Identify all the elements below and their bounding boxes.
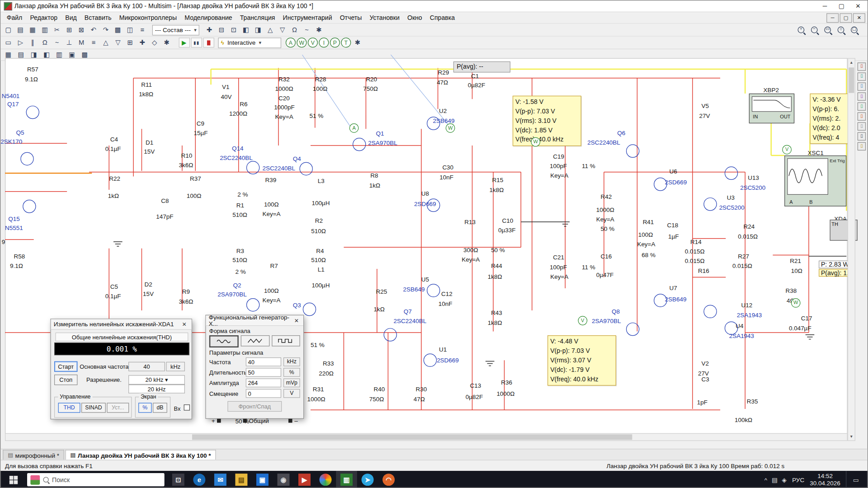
half-right-icon[interactable]: ◨ <box>252 24 264 35</box>
plus-terminal[interactable]: + <box>212 417 223 424</box>
square-wave-button[interactable] <box>272 335 300 346</box>
zoom-in-icon[interactable]: + <box>795 24 807 35</box>
probe-power-icon[interactable]: W <box>297 38 307 47</box>
fgen-param-input[interactable]: 40 <box>246 357 281 366</box>
wattmeter-button[interactable]: ▯ <box>858 82 866 90</box>
telegram-icon[interactable]: ➤ <box>357 471 378 488</box>
half-left-icon[interactable]: ◧ <box>240 24 252 35</box>
menu-item-1[interactable]: Редактор <box>26 14 61 22</box>
triangle-wave-button[interactable] <box>241 335 269 346</box>
probe-current-icon[interactable]: A <box>286 38 296 47</box>
probe-t-icon[interactable]: T <box>341 38 351 47</box>
cut-icon[interactable]: ✂ <box>51 24 63 35</box>
logic-analyzer-button[interactable]: ▯ <box>858 132 866 141</box>
star-icon[interactable]: ✱ <box>313 24 325 35</box>
menu-item-2[interactable]: Вид <box>61 14 81 22</box>
print-icon[interactable]: ▥ <box>39 24 51 35</box>
tri-down-icon[interactable]: ▽ <box>112 37 124 48</box>
percent-display-button[interactable]: % <box>138 403 151 413</box>
copy-icon[interactable]: ⊞ <box>63 24 75 35</box>
scroll-down-icon[interactable]: ▼ <box>848 433 855 441</box>
settings-gear-icon[interactable]: ✱ <box>352 38 363 47</box>
input-terminal[interactable] <box>184 404 190 410</box>
menu-item-11[interactable]: Справка <box>426 14 458 22</box>
wave-icon[interactable]: ~ <box>301 24 313 35</box>
menu-item-5[interactable]: Моделирование <box>181 14 236 22</box>
firefox-icon[interactable]: ◠ <box>378 471 399 488</box>
fgen-param-input[interactable]: 50 <box>246 368 281 377</box>
horizontal-scroll-thumb[interactable] <box>192 434 632 440</box>
stop-button[interactable]: Стоп <box>54 375 77 385</box>
run-simulation-button[interactable]: ▶ <box>179 38 190 47</box>
grid2-icon[interactable]: ⊞ <box>124 37 136 48</box>
mdi-window-button-1[interactable]: ▢ <box>840 13 852 23</box>
resistor-icon[interactable]: ▭ <box>2 37 14 48</box>
save-icon[interactable]: ▦ <box>27 24 39 35</box>
dialog-titlebar[interactable]: Измеритель нелинейных искажений-XDA1 ✕ <box>51 319 192 330</box>
stop-simulation-button[interactable] <box>203 38 214 47</box>
horizontal-scrollbar[interactable] <box>5 433 848 441</box>
open-file-icon[interactable]: ▤ <box>14 24 27 35</box>
probe-voltage-icon[interactable]: V <box>308 38 318 47</box>
mdi-window-button-2[interactable]: ✕ <box>853 13 865 23</box>
maximize-button[interactable]: ▢ <box>833 1 850 11</box>
notification-center-icon[interactable]: ▭ <box>846 471 865 488</box>
ac-source-icon[interactable]: ~ <box>51 37 63 48</box>
diode-icon[interactable]: ▷ <box>14 37 27 48</box>
pause-simulation-button[interactable]: ▮▮ <box>191 38 202 47</box>
bode-plotter-instrument[interactable]: INOUT <box>749 94 794 123</box>
split-view-icon[interactable]: ◫ <box>124 24 136 35</box>
start-button[interactable]: Старт <box>54 361 77 372</box>
down-icon[interactable]: ▽ <box>276 24 288 35</box>
mdi-window-button-0[interactable]: ─ <box>826 13 839 23</box>
dialog-titlebar[interactable]: Функциональный генератор-X... ✕ <box>206 315 304 326</box>
probe-i-icon[interactable]: I <box>319 38 329 47</box>
resolution-option[interactable]: 20 kHz <box>128 385 185 394</box>
zoom-area-icon[interactable]: ▭ <box>821 24 834 35</box>
sinad-mode-button[interactable]: SINAD <box>81 403 106 413</box>
add-component-icon[interactable]: ✚ <box>203 24 215 35</box>
edge-browser-icon[interactable]: e <box>189 471 210 488</box>
vertical-scroll-thumb[interactable] <box>849 67 854 93</box>
search-input[interactable]: Поиск <box>27 473 165 486</box>
grid-icon[interactable]: ▩ <box>112 24 124 35</box>
fundamental-frequency-unit[interactable]: kHz <box>166 362 185 371</box>
scroll-up-icon[interactable]: ▲ <box>848 59 855 66</box>
capacitor-icon[interactable]: ∥ <box>27 37 39 48</box>
sine-wave-button[interactable] <box>209 335 239 347</box>
menu-item-4[interactable]: Микроконтроллеры <box>115 14 181 22</box>
fgen-param-unit[interactable]: % <box>283 368 300 377</box>
up-icon[interactable]: △ <box>264 24 276 35</box>
menu-item-9[interactable]: Установки <box>366 14 403 22</box>
ohm-source-icon[interactable]: Ω <box>39 37 51 48</box>
menu-item-6[interactable]: Трансляция <box>236 14 279 22</box>
close-button[interactable]: ✕ <box>850 1 867 11</box>
resolution-combo[interactable]: 20 kHz ▾ <box>128 375 185 385</box>
chrome-icon[interactable] <box>315 471 336 488</box>
db-display-button[interactable]: dB <box>153 403 167 413</box>
camera-icon[interactable]: ◉ <box>273 471 294 488</box>
clock[interactable]: 14:52 30.04.2026 <box>810 473 840 487</box>
language-indicator[interactable]: РУС <box>792 476 804 483</box>
bus-icon[interactable]: ≡ <box>87 37 99 48</box>
new-file-icon[interactable]: ▢ <box>2 24 14 35</box>
zoom-page-icon[interactable]: ▢ <box>848 24 860 35</box>
menu-item-8[interactable]: Отчеты <box>336 14 366 22</box>
zoom-fit-icon[interactable]: ○ <box>835 24 847 35</box>
photos-icon[interactable]: ▣ <box>252 471 273 488</box>
mail-icon[interactable]: ✉ <box>210 471 231 488</box>
thd-mode-button[interactable]: THD <box>58 403 80 413</box>
word-generator-button[interactable]: ▯ <box>858 122 866 131</box>
tray-icon-0[interactable]: ^ <box>764 476 767 483</box>
close-icon[interactable]: ✕ <box>180 321 189 327</box>
redo-icon[interactable]: ↷ <box>99 24 112 35</box>
freq-counter-button[interactable]: ▯ <box>858 113 866 121</box>
tray-icon-1[interactable]: ▤ <box>772 476 778 483</box>
fgen-param-unit[interactable]: kHz <box>283 357 300 366</box>
fundamental-frequency-input[interactable]: 40 <box>128 362 165 371</box>
rise-fall-button[interactable]: Фронт/Спад <box>227 401 282 412</box>
variant-combo[interactable]: --- Состав ---▾ <box>152 24 199 35</box>
close-icon[interactable]: ✕ <box>292 317 301 323</box>
ground-icon[interactable]: ⊥ <box>63 37 75 48</box>
common-terminal[interactable]: Общий <box>241 417 269 424</box>
